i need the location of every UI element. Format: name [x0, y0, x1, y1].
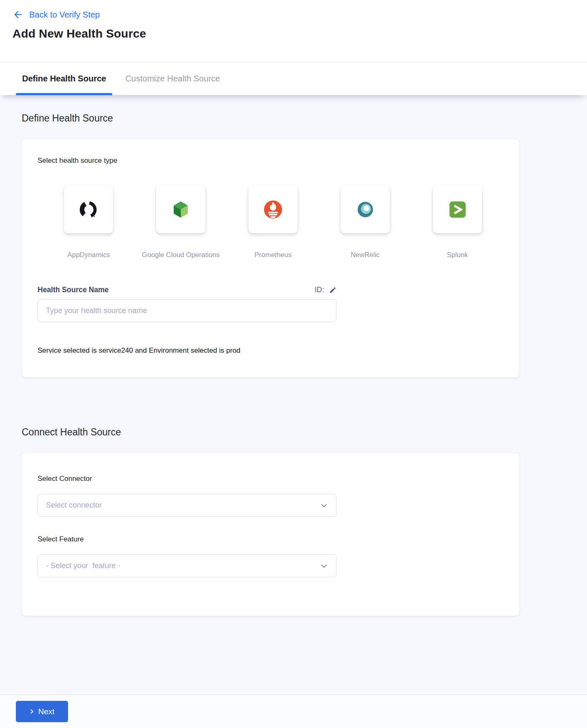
page-header: Back to Verify Step Add New Health Sourc… [0, 0, 587, 62]
appdynamics-tile[interactable] [64, 186, 113, 233]
tab-customize-health-source[interactable]: Customize Health Source [119, 62, 226, 95]
prometheus-icon [262, 199, 284, 220]
page-title: Add New Health Source [13, 27, 574, 40]
health-source-name-label: Health Source Name [38, 286, 109, 294]
select-feature-label: Select Feature [38, 535, 504, 543]
page-footer: Next [0, 695, 587, 728]
newrelic-tile[interactable] [341, 186, 390, 233]
feature-select-placeholder: - Select your feature - [46, 561, 120, 570]
id-label: ID: [315, 286, 324, 294]
edit-id-pencil-icon[interactable] [329, 286, 337, 294]
select-type-label: Select health source type [38, 157, 504, 165]
connect-section-heading: Connect Health Source [22, 427, 587, 438]
splunk-icon [447, 199, 468, 220]
define-health-source-card: Select health source type AppDynamics [22, 139, 519, 377]
health-source-name-row: Health Source Name ID: [38, 286, 337, 294]
tile-label: Splunk [447, 251, 468, 259]
connector-select[interactable]: Select connector [38, 494, 337, 517]
tile-label: Google Cloud Operations [142, 251, 220, 259]
source-type-newrelic: NewRelic [319, 186, 411, 259]
source-type-tiles: AppDynamics Google Cloud Operations [38, 186, 504, 259]
newrelic-icon [354, 199, 376, 220]
add-health-source-page: Back to Verify Step Add New Health Sourc… [0, 0, 587, 728]
next-button-label: Next [38, 707, 54, 716]
google-cloud-operations-icon [170, 199, 192, 220]
tile-label: AppDynamics [68, 251, 110, 259]
appdynamics-icon [78, 199, 99, 220]
tab-label: Customize Health Source [125, 74, 220, 83]
tab-label: Define Health Source [22, 74, 106, 83]
back-arrow-icon[interactable] [13, 9, 23, 20]
define-section-heading: Define Health Source [22, 113, 587, 124]
health-source-tabs: Define Health Source Customize Health So… [0, 62, 587, 95]
next-chevron-icon [29, 709, 35, 714]
connect-health-source-card: Select Connector Select connector Select… [22, 453, 519, 616]
id-group: ID: [315, 286, 337, 294]
splunk-tile[interactable] [433, 186, 482, 233]
connector-select-placeholder: Select connector [46, 501, 102, 510]
google-cloud-operations-tile[interactable] [156, 186, 205, 233]
source-type-google-cloud-operations: Google Cloud Operations [135, 186, 227, 259]
tile-label: NewRelic [351, 251, 380, 259]
main-content: Define Health Source Select health sourc… [0, 95, 587, 695]
prometheus-tile[interactable] [248, 186, 298, 233]
source-type-prometheus: Prometheus [227, 186, 319, 259]
service-environment-note: Service selected is service240 and Envir… [38, 346, 504, 355]
tab-define-health-source[interactable]: Define Health Source [16, 62, 112, 95]
health-source-name-input[interactable] [38, 299, 337, 322]
feature-select[interactable]: - Select your feature - [38, 554, 337, 577]
select-connector-label: Select Connector [38, 475, 504, 483]
chevron-down-icon [320, 501, 328, 510]
chevron-down-icon [320, 562, 328, 570]
back-to-verify-step-link[interactable]: Back to Verify Step [29, 10, 100, 20]
source-type-splunk: Splunk [411, 186, 504, 259]
tile-label: Prometheus [255, 251, 292, 259]
source-type-appdynamics: AppDynamics [43, 186, 135, 259]
next-button[interactable]: Next [16, 701, 68, 722]
